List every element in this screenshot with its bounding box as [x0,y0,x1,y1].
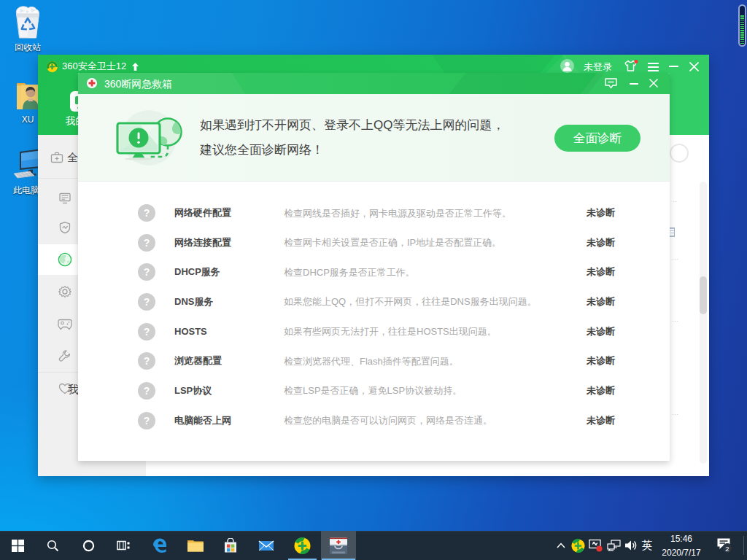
svg-text:2: 2 [725,545,729,553]
